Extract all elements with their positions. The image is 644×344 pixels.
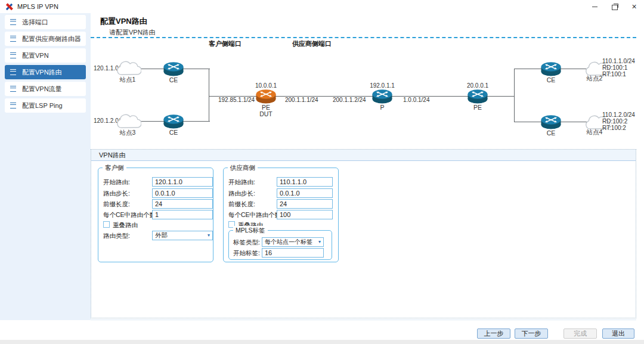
link-label-p-pe: 1.0.0.1/24	[403, 97, 429, 103]
network-topology-diagram: 客户侧端口 供应商侧端口 192.85.1.1/24 200.1.1.1/24 …	[91, 38, 637, 149]
site4-rd-label: RD:100:2	[602, 118, 635, 125]
content-bottom-line	[91, 320, 636, 320]
sidebar-item-configure-provider-router[interactable]: 配置供应商侧路由器	[5, 32, 86, 46]
vpn-route-panel: VPN路由 客户侧 开始路由: 路由步长: 前缀长度: 每个CE中路由个数: 重…	[91, 149, 636, 318]
pe-ip: 20.0.0.1	[461, 82, 494, 89]
sidebar-item-configure-vpn-traffic[interactable]: 配置VPN流量	[5, 82, 86, 96]
link-label-pe-out: 200.1.1.1/24	[285, 97, 318, 103]
finish-button: 完成	[564, 328, 597, 339]
menu-icon	[10, 86, 16, 92]
provider-side-legend: 供应商侧	[228, 163, 258, 172]
routes-per-ce-label: 每个CE中路由个数:	[228, 210, 283, 219]
link-label-p-in: 200.1.1.2/24	[333, 97, 366, 103]
prefix-length-label: 前缀长度:	[228, 199, 255, 209]
site3-name: 站点3	[114, 129, 141, 137]
pe-dut-sub: DUT	[255, 110, 277, 117]
link-label-ce-pe: 192.85.1.1/24	[218, 97, 255, 103]
chevron-down-icon: ▾	[318, 240, 321, 244]
window-controls: ×	[585, 0, 644, 13]
mpls-label-group: MPLS标签 标签类型: 每个站点一个标签 ▾ 开始标签:	[228, 230, 332, 260]
sidebar-item-label: 配置VPN路由	[22, 68, 62, 77]
bottom-strip	[0, 340, 644, 344]
site3-cloud-icon	[114, 113, 141, 130]
menu-icon	[10, 52, 16, 58]
app-window: MPLS IP VPN × 选择端口 配置供应商侧路由器 配置VPN 配置VPN…	[0, 0, 644, 344]
pe-name: PE	[467, 104, 488, 111]
ce4-router-icon	[540, 114, 562, 130]
ce4-name: CE	[540, 129, 562, 137]
route-type-label: 路由类型:	[103, 231, 130, 240]
sidebar-item-label: 选择端口	[22, 18, 48, 27]
routes-per-ce-label: 每个CE中路由个数:	[103, 210, 157, 219]
pe-dut-router-icon	[255, 89, 277, 104]
wizard-sidebar: 选择端口 配置供应商侧路由器 配置VPN 配置VPN路由 配置VPN流量 配置L…	[0, 13, 91, 320]
mpls-label-legend: MPLS标签	[233, 226, 268, 234]
site4-rt-label: RT:100:2	[602, 125, 635, 131]
customer-side-legend: 客户侧	[103, 163, 126, 172]
start-route-label: 开始路由:	[103, 177, 130, 187]
sidebar-item-configure-lsp-ping[interactable]: 配置LSP Ping	[5, 98, 86, 113]
p-ip: 192.0.1.1	[366, 82, 399, 89]
menu-icon	[10, 69, 16, 75]
customer-side-group: 客户侧 开始路由: 路由步长: 前缀长度: 每个CE中路由个数: 重叠路由 路由…	[98, 168, 213, 262]
ce3-name: CE	[163, 129, 184, 136]
restore-button[interactable]	[605, 0, 624, 13]
customer-overlap-route-checkbox[interactable]	[103, 221, 110, 228]
chevron-down-icon: ▾	[208, 233, 210, 238]
route-type-dropdown[interactable]: 外部 ▾	[152, 231, 213, 240]
site4-info: 110.1.2.0/24 RD:100:2 RT:100:2	[602, 111, 635, 131]
sidebar-item-label: 配置供应商侧路由器	[22, 35, 81, 44]
sidebar-item-configure-vpn[interactable]: 配置VPN	[5, 48, 86, 63]
site2-network-label: 110.1.1.0/24	[602, 58, 635, 64]
start-route-label: 开始路由:	[228, 177, 255, 187]
provider-route-step-input[interactable]	[277, 188, 333, 198]
sidebar-item-label: 配置VPN流量	[22, 85, 62, 94]
provider-port-label: 供应商侧端口	[292, 39, 332, 48]
prefix-length-label: 前缀长度:	[103, 199, 130, 209]
site4-network-label: 110.1.2.0/24	[602, 111, 635, 118]
menu-icon	[10, 19, 16, 25]
provider-start-route-input[interactable]	[277, 177, 333, 187]
titlebar: MPLS IP VPN ×	[0, 0, 644, 13]
menu-icon	[10, 36, 16, 42]
customer-prefix-length-input[interactable]	[152, 199, 213, 209]
provider-side-group: 供应商侧 开始路由: 路由步长: 前缀长度: 每个CE中路由个数: 重叠路由 M…	[223, 168, 339, 262]
provider-prefix-length-input[interactable]	[277, 199, 333, 209]
ce2-name: CE	[540, 76, 562, 83]
customer-route-step-input[interactable]	[152, 188, 213, 198]
page-subtitle: 请配置VPN路由	[109, 28, 156, 37]
minimize-button[interactable]	[585, 0, 605, 13]
site2-rt-label: RT:100:1	[602, 71, 635, 78]
start-label-input[interactable]	[262, 248, 324, 258]
panel-title: VPN路由	[91, 150, 636, 161]
site1-name: 站点1	[114, 76, 141, 84]
previous-step-button[interactable]: 上一步	[477, 328, 510, 339]
link-line	[514, 69, 515, 122]
page-title: 配置VPN路由	[100, 16, 147, 27]
customer-port-label: 客户侧端口	[209, 39, 242, 48]
sidebar-item-select-port[interactable]: 选择端口	[5, 15, 86, 29]
ce3-router-icon	[163, 114, 184, 129]
ce1-name: CE	[163, 76, 184, 83]
label-type-dropdown[interactable]: 每个站点一个标签 ▾	[262, 237, 324, 247]
next-step-button[interactable]: 下一步	[515, 328, 548, 339]
label-type-label: 标签类型:	[233, 237, 260, 247]
customer-routes-per-ce-input[interactable]	[152, 210, 213, 219]
overlap-route-label: 重叠路由	[113, 221, 138, 230]
provider-routes-per-ce-input[interactable]	[277, 210, 333, 219]
route-type-value: 外部	[155, 231, 168, 240]
app-logo-icon	[5, 3, 13, 11]
app-title: MPLS IP VPN	[17, 3, 58, 10]
site2-info: 110.1.1.0/24 RD:100:1 RT:100:1	[602, 58, 635, 78]
exit-button[interactable]: 退出	[602, 328, 634, 339]
close-button[interactable]: ×	[624, 0, 644, 13]
p-router-icon	[371, 89, 393, 104]
route-step-label: 路由步长:	[103, 188, 130, 198]
customer-start-route-input[interactable]	[152, 177, 213, 187]
p-name: P	[371, 104, 393, 111]
sidebar-item-configure-vpn-route[interactable]: 配置VPN路由	[5, 65, 86, 79]
site1-cloud-icon	[114, 60, 141, 77]
sidebar-item-label: 配置LSP Ping	[22, 101, 63, 110]
pe-dut-ip: 10.0.0.1	[249, 82, 283, 89]
pe-router-icon	[467, 89, 488, 104]
